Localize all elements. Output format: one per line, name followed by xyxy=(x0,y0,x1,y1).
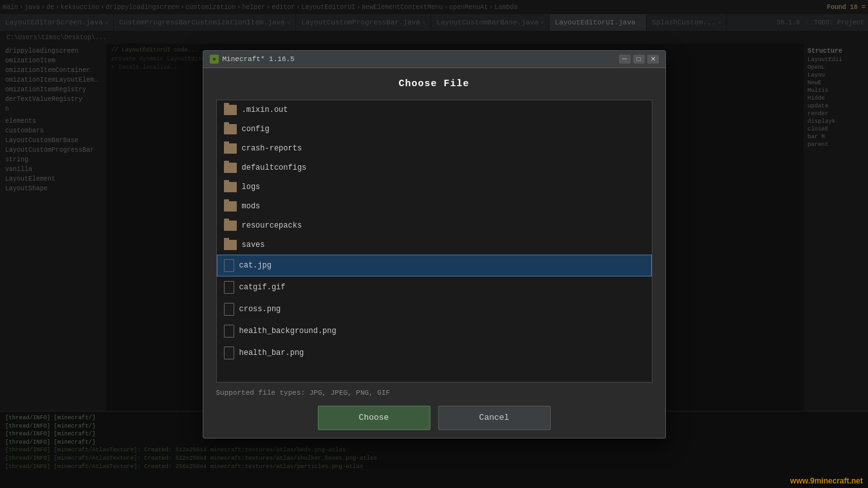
file-name-saves: saves xyxy=(242,240,265,249)
file-name-config: config xyxy=(242,125,270,134)
dialog-title-text: Minecraft* 1.16.5 xyxy=(223,55,295,63)
file-item-saves[interactable]: saves xyxy=(217,235,652,255)
file-item-mods[interactable]: mods xyxy=(217,197,652,216)
file-name-mods: mods xyxy=(242,202,261,211)
file-name-logs: logs xyxy=(242,183,261,192)
file-name-catjpg: cat.jpg xyxy=(239,261,272,270)
dialog-titlebar: Minecraft* 1.16.5 ─ □ ✕ xyxy=(203,51,665,68)
folder-icon xyxy=(224,124,237,134)
file-item-resourcepacks[interactable]: resourcepacks xyxy=(217,216,652,235)
file-item-defaultconfigs[interactable]: defaultconfigs xyxy=(217,158,652,177)
file-item-health-bar[interactable]: health_bar.png xyxy=(217,342,652,364)
folder-icon xyxy=(224,143,237,154)
dialog-button-row: Choose Cancel xyxy=(216,406,652,430)
folder-icon xyxy=(224,240,237,250)
watermark: www.9minecraft.net xyxy=(790,476,863,485)
dialog-minimize-button[interactable]: ─ xyxy=(619,55,631,64)
dialog-window-controls: ─ □ ✕ xyxy=(619,55,659,64)
dialog-maximize-button[interactable]: □ xyxy=(633,55,645,64)
file-icon xyxy=(224,259,234,272)
file-item-logs[interactable]: logs xyxy=(217,177,652,197)
file-name-catgif: catgif.gif xyxy=(239,283,286,292)
dialog-title-left: Minecraft* 1.16.5 xyxy=(210,55,295,64)
folder-icon xyxy=(224,182,237,192)
supported-types-label: Supported file types: JPG, JPEG, PNG, GI… xyxy=(216,389,652,397)
dialog-heading: Choose File xyxy=(216,78,652,89)
file-icon xyxy=(224,281,234,294)
dialog-body: Choose File .mixin.out config crash-repo… xyxy=(203,68,665,438)
file-name-resourcepacks: resourcepacks xyxy=(242,221,302,230)
svg-rect-1 xyxy=(213,58,216,60)
file-item-catjpg[interactable]: cat.jpg xyxy=(217,255,652,276)
dialog-close-button[interactable]: ✕ xyxy=(647,55,659,64)
folder-icon xyxy=(224,163,237,173)
folder-icon xyxy=(224,105,237,115)
folder-icon xyxy=(224,221,237,231)
file-list[interactable]: .mixin.out config crash-reports defaultc… xyxy=(216,100,652,383)
file-name-health-background: health_background.png xyxy=(239,327,337,336)
file-item-mixin[interactable]: .mixin.out xyxy=(217,100,652,120)
file-name-health-bar: health_bar.png xyxy=(239,348,304,357)
file-item-health-background[interactable]: health_background.png xyxy=(217,320,652,342)
cancel-button[interactable]: Cancel xyxy=(438,406,551,430)
file-name-mixin: .mixin.out xyxy=(242,105,288,114)
file-item-config[interactable]: config xyxy=(217,120,652,139)
file-name-crosspng: cross.png xyxy=(239,305,281,314)
file-icon xyxy=(224,347,234,359)
folder-icon xyxy=(224,201,237,212)
file-item-crash-reports[interactable]: crash-reports xyxy=(217,139,652,158)
file-icon xyxy=(224,325,234,338)
choose-file-dialog: Minecraft* 1.16.5 ─ □ ✕ Choose File .mix… xyxy=(203,50,666,438)
choose-button[interactable]: Choose xyxy=(318,406,430,430)
file-name-defaultconfigs: defaultconfigs xyxy=(242,163,307,172)
file-item-crosspng[interactable]: cross.png xyxy=(217,298,652,320)
file-name-crash-reports: crash-reports xyxy=(242,144,302,153)
minecraft-icon xyxy=(210,55,219,64)
file-item-catgif[interactable]: catgif.gif xyxy=(217,276,652,298)
file-icon xyxy=(224,303,234,316)
